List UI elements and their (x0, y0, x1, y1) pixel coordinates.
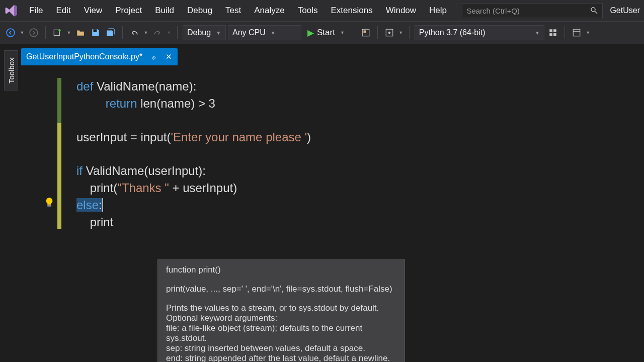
new-project-caret[interactable]: ▼ (66, 26, 72, 39)
undo-button[interactable] (128, 26, 141, 39)
menu-extensions[interactable]: Extensions (325, 4, 378, 18)
search-placeholder: Search (Ctrl+Q) (466, 7, 590, 15)
svg-rect-5 (94, 29, 97, 32)
menu-help[interactable]: Help (423, 4, 453, 18)
start-label: Start (317, 28, 335, 38)
python-env-value: Python 3.7 (64-bit) (419, 28, 486, 37)
toolbar-btn-1[interactable] (359, 26, 372, 39)
tooltip-doc-line: file: a file-like object (stream); defau… (166, 323, 396, 343)
svg-rect-16 (47, 205, 51, 207)
svg-rect-13 (553, 33, 556, 36)
toolbar-caret-4[interactable]: ▼ (585, 26, 591, 39)
play-icon: ▶ (307, 28, 314, 38)
open-file-button[interactable] (74, 26, 87, 39)
tooltip-doc-line: end: string appended after the last valu… (166, 353, 396, 362)
svg-point-9 (388, 32, 391, 34)
toolbar-btn-4[interactable] (570, 26, 583, 39)
code-content: def ValidName(name): return len(name) > … (76, 78, 644, 231)
search-input[interactable]: Search (Ctrl+Q) (462, 3, 603, 18)
tab-active[interactable]: GetUserInputPythonConsole.py* ⟐ ✕ (21, 48, 178, 65)
platform-dropdown[interactable]: Any CPU▼ (228, 25, 301, 40)
nav-back-caret[interactable]: ▼ (19, 26, 25, 39)
svg-point-0 (591, 8, 595, 12)
menu-view[interactable]: View (78, 4, 109, 18)
vs-logo (4, 4, 18, 18)
tooltip-doc-line: sep: string inserted between values, def… (166, 343, 396, 353)
start-button[interactable]: ▶ Start ▼ (303, 28, 349, 38)
menu-edit[interactable]: Edit (50, 4, 76, 18)
tooltip-signature-full: print(value, ..., sep=' ', end='\n', fil… (166, 284, 396, 294)
save-all-button[interactable] (104, 26, 117, 39)
svg-point-3 (30, 29, 38, 37)
undo-caret[interactable]: ▼ (143, 26, 149, 39)
save-button[interactable] (89, 26, 102, 39)
svg-rect-14 (573, 29, 580, 36)
toolbar-btn-2[interactable] (383, 26, 396, 39)
toolbar: ▼ ▼ ▼ ▼ Debug▼ Any CPU▼ ▶ Start ▼ ▼ Pyth… (0, 21, 644, 44)
menu-build[interactable]: Build (149, 4, 180, 18)
nav-back-button[interactable] (4, 26, 17, 39)
python-env-dropdown[interactable]: Python 3.7 (64-bit)▼ (415, 25, 544, 40)
menu-bar: File Edit View Project Build Debug Test … (0, 0, 644, 21)
menu-items: File Edit View Project Build Debug Test … (23, 4, 453, 18)
config-value: Debug (187, 28, 211, 37)
tab-title: GetUserInputPythonConsole.py* (26, 52, 142, 61)
tooltip-doc-line: Prints the values to a stream, or to sys… (166, 303, 396, 313)
redo-button[interactable] (151, 26, 164, 39)
tooltip-doc-line: Optional keyword arguments: (166, 313, 396, 323)
toolbar-caret-2[interactable]: ▼ (398, 26, 404, 39)
svg-rect-7 (363, 31, 366, 33)
menu-project[interactable]: Project (109, 4, 148, 18)
menu-tools[interactable]: Tools (292, 4, 324, 18)
lightbulb-icon[interactable] (44, 197, 54, 207)
config-dropdown[interactable]: Debug▼ (183, 25, 226, 40)
menu-analyze[interactable]: Analyze (248, 4, 290, 18)
code-editor[interactable]: def ValidName(name): return len(name) > … (21, 65, 644, 362)
close-icon[interactable]: ✕ (165, 53, 173, 61)
svg-rect-10 (549, 29, 552, 32)
menu-debug[interactable]: Debug (181, 4, 218, 18)
pin-icon[interactable]: ⟐ (149, 53, 157, 61)
menu-window[interactable]: Window (380, 4, 422, 18)
svg-line-1 (595, 11, 597, 14)
user-label: GetUser (610, 6, 640, 15)
new-project-button[interactable] (51, 26, 64, 39)
redo-caret[interactable]: ▼ (166, 26, 172, 39)
svg-rect-12 (549, 33, 552, 36)
menu-test[interactable]: Test (219, 4, 247, 18)
tab-strip: GetUserInputPythonConsole.py* ⟐ ✕ (21, 48, 644, 65)
nav-forward-button[interactable] (27, 26, 40, 39)
platform-value: Any CPU (232, 28, 266, 37)
toolbox-panel-tab[interactable]: Toolbox (4, 50, 18, 90)
search-icon (590, 7, 598, 15)
toolbar-btn-3[interactable] (546, 26, 559, 39)
menu-file[interactable]: File (23, 4, 49, 18)
svg-rect-11 (553, 29, 556, 32)
svg-point-2 (7, 29, 15, 37)
intellisense-tooltip: function print() print(value, ..., sep='… (157, 259, 405, 362)
tooltip-signature: function print() (166, 265, 396, 275)
